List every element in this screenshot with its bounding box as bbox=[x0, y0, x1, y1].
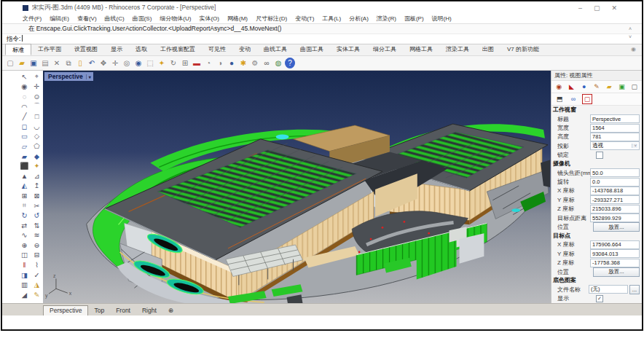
solid-icon[interactable]: ◆ bbox=[31, 152, 42, 161]
wireframe-sphere-icon[interactable]: ◔ bbox=[203, 58, 213, 68]
spiral-icon[interactable]: ⌇ bbox=[31, 260, 42, 270]
menu-item[interactable]: 分析(A) bbox=[349, 15, 369, 23]
chamfer-icon[interactable]: ◢ bbox=[19, 290, 30, 299]
pan-icon[interactable]: ✥ bbox=[98, 58, 109, 68]
viewport-layout-icon[interactable]: ⊞ bbox=[180, 58, 190, 68]
menu-item[interactable]: 细分物体(U) bbox=[160, 15, 191, 23]
camera-x-input[interactable] bbox=[590, 187, 640, 195]
rotate-view-icon[interactable]: ↻ bbox=[168, 58, 178, 68]
toolbar-tab[interactable]: 工作视窗配置 bbox=[154, 44, 202, 55]
rendered-sphere-icon[interactable]: ● bbox=[227, 58, 237, 68]
boolean-diff-icon[interactable]: ⊠ bbox=[31, 191, 42, 200]
lens-input[interactable] bbox=[590, 168, 640, 177]
shaded-sphere-icon[interactable]: ◑ bbox=[215, 58, 225, 68]
target-y-input[interactable] bbox=[590, 249, 640, 258]
plane-icon[interactable]: ▱ bbox=[19, 141, 30, 151]
trim-icon[interactable]: ✂ bbox=[31, 201, 42, 211]
zoom-lens-icon[interactable]: ◎ bbox=[122, 58, 132, 68]
viewport-properties-icon[interactable]: ▢ bbox=[582, 94, 592, 104]
rectangle-icon[interactable]: □ bbox=[31, 111, 42, 121]
viewport-canvas[interactable]: Perspective ▾ bbox=[43, 71, 551, 303]
menu-item[interactable]: 变动(T) bbox=[295, 15, 314, 23]
menu-item[interactable]: 渲染(R) bbox=[377, 15, 396, 23]
material-tube-icon[interactable]: ▬ bbox=[192, 58, 202, 68]
open-file-icon[interactable]: ▰ bbox=[17, 58, 27, 68]
zoom-window-icon[interactable]: ◉ bbox=[133, 58, 144, 68]
chevron-down-icon[interactable]: ˅ bbox=[632, 144, 637, 148]
paste-icon[interactable]: ▯ bbox=[75, 58, 85, 68]
camera-place-button[interactable]: 放置... bbox=[593, 222, 640, 232]
save-icon[interactable]: ▣ bbox=[28, 58, 39, 68]
lasso-icon[interactable]: ⌖ bbox=[31, 72, 42, 82]
print-icon[interactable]: ▤ bbox=[40, 58, 50, 68]
menu-item[interactable]: 说明(H) bbox=[432, 15, 452, 23]
points-grid-icon[interactable]: ✛ bbox=[31, 82, 42, 92]
toolbar-tab[interactable]: 工作平面 bbox=[31, 44, 68, 55]
toolbar-tab[interactable]: 设置视图 bbox=[68, 44, 104, 55]
toolbar-tab[interactable]: 网格工具 bbox=[403, 44, 439, 55]
mesh-icon[interactable]: ⌗ bbox=[19, 201, 30, 211]
viewport-title[interactable]: Perspective ▾ bbox=[44, 72, 93, 81]
viewport-title-input[interactable] bbox=[590, 114, 640, 123]
fillet-icon[interactable]: ◮ bbox=[31, 280, 42, 289]
target-distance-input[interactable] bbox=[590, 213, 640, 222]
link-chain-icon[interactable]: ∞ bbox=[262, 58, 272, 68]
annotate-pen-icon[interactable]: ✎ bbox=[31, 290, 42, 299]
menu-item[interactable]: 网格(M) bbox=[227, 15, 248, 23]
curve-freeform-icon[interactable]: ⌒ bbox=[31, 102, 42, 111]
camera-icon[interactable]: ⬒ bbox=[554, 94, 565, 104]
help-icon[interactable]: ? bbox=[285, 58, 295, 68]
minimize-button[interactable]: – bbox=[578, 4, 582, 12]
command-scroll-up-icon[interactable]: ˄ bbox=[629, 25, 632, 33]
undo-icon[interactable]: ↶ bbox=[87, 58, 97, 68]
object-properties-icon[interactable]: ◉ bbox=[554, 82, 563, 92]
menu-item[interactable]: 工具(L) bbox=[322, 15, 341, 23]
toolbar-tab[interactable]: 选取 bbox=[129, 44, 154, 55]
surface-icon[interactable]: ▭ bbox=[19, 132, 30, 141]
cone-icon[interactable]: ▲ bbox=[19, 171, 30, 181]
menu-item[interactable]: 尺寸标注(D) bbox=[256, 15, 287, 23]
pyramid-icon[interactable]: ◭ bbox=[19, 181, 30, 191]
polygon-icon[interactable]: ◻ bbox=[19, 122, 30, 131]
move-icon[interactable]: ✛ bbox=[110, 58, 120, 68]
select-arrow-icon[interactable]: ↖ bbox=[19, 72, 30, 82]
pentagon-icon[interactable]: ⬠ bbox=[31, 141, 42, 151]
viewport-tab[interactable]: Right bbox=[136, 306, 162, 315]
material-icon[interactable]: ◣ bbox=[567, 82, 576, 92]
shade-half-icon[interactable]: ◨ bbox=[19, 270, 30, 280]
viewport-tab[interactable]: Top bbox=[88, 306, 110, 315]
extrude-icon[interactable]: ▰ bbox=[19, 152, 30, 161]
toolbar-tab[interactable]: 标准 bbox=[5, 44, 31, 55]
target-z-input[interactable] bbox=[590, 259, 640, 267]
toolbar-tab[interactable]: 实体工具 bbox=[330, 44, 366, 55]
curve-wave-icon[interactable]: ∿ bbox=[19, 231, 30, 240]
monitor-icon[interactable]: ▢ bbox=[630, 82, 639, 92]
toolbar-options-icon[interactable]: ◉ bbox=[631, 46, 636, 52]
menu-item[interactable]: 查看(V) bbox=[77, 15, 97, 23]
add-icon[interactable]: ⊕ bbox=[19, 240, 30, 250]
toolbar-tab[interactable]: 渲染工具 bbox=[439, 44, 476, 55]
target-x-input[interactable] bbox=[590, 240, 640, 249]
flip-icon[interactable]: ⇅ bbox=[31, 221, 42, 230]
toolbar-tab[interactable]: 变动 bbox=[232, 44, 257, 55]
toolbar-tab[interactable]: 细分工具 bbox=[366, 44, 403, 55]
camera-z-input[interactable] bbox=[590, 205, 640, 213]
toolbar-tab[interactable]: 可见性 bbox=[202, 44, 232, 55]
circle-icon[interactable]: ⊙ bbox=[31, 92, 42, 101]
link-icon[interactable]: ∞ bbox=[568, 94, 578, 104]
menu-item[interactable]: 实体(O) bbox=[199, 15, 219, 23]
menu-item[interactable]: 曲线(C) bbox=[105, 15, 125, 23]
highlight-icon[interactable]: ✦ bbox=[31, 161, 42, 170]
diamond-icon[interactable]: ◇ bbox=[31, 132, 42, 141]
toolbar-tab[interactable]: V7 的新功能 bbox=[500, 44, 546, 55]
display-mode-icon[interactable]: ▣ bbox=[617, 82, 626, 92]
copy-icon[interactable]: ⧉ bbox=[63, 58, 74, 68]
box-icon[interactable]: ⬛ bbox=[19, 161, 30, 170]
camera-y-input[interactable] bbox=[590, 195, 640, 204]
align-icon[interactable]: ‖ bbox=[19, 260, 30, 270]
rotate-ccw-icon[interactable]: ↺ bbox=[31, 211, 42, 220]
delete-icon[interactable]: ✕ bbox=[52, 58, 62, 68]
wallpaper-file-input[interactable] bbox=[589, 285, 628, 294]
toolbar-tab[interactable]: 曲线工具 bbox=[257, 44, 294, 55]
zoom-extents-icon[interactable]: ✦ bbox=[157, 58, 167, 68]
